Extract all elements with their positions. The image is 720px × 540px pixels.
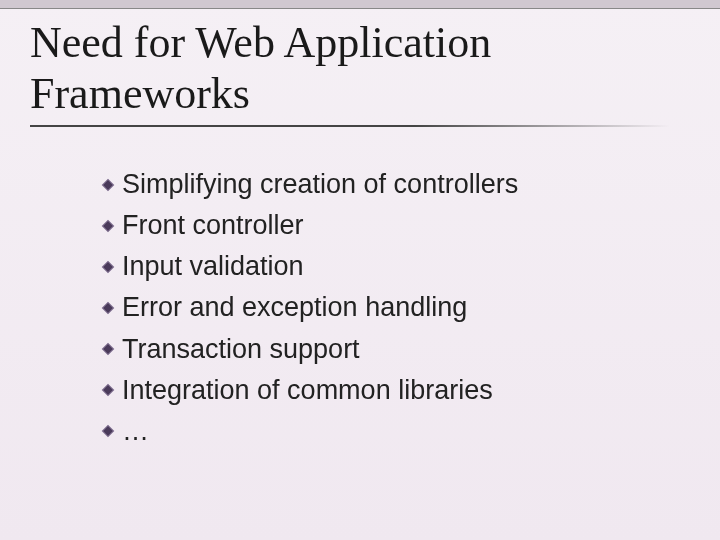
bullet-text: Simplifying creation of controllers [122,167,518,202]
slide-top-accent [0,0,720,8]
svg-rect-2 [102,220,113,231]
list-item: Integration of common libraries [100,373,720,408]
diamond-bullet-icon [100,382,116,398]
bullet-text: Integration of common libraries [122,373,493,408]
diamond-bullet-icon [100,423,116,439]
diamond-bullet-icon [100,300,116,316]
list-item: Front controller [100,208,720,243]
list-item: … [100,414,720,449]
list-item: Input validation [100,249,720,284]
bullet-text: Input validation [122,249,304,284]
diamond-bullet-icon [100,259,116,275]
list-item: Error and exception handling [100,290,720,325]
slide-content: Simplifying creation of controllers Fron… [0,127,720,449]
svg-rect-8 [102,343,113,354]
bullet-text: Error and exception handling [122,290,467,325]
slide-top-line [0,8,720,9]
list-item: Simplifying creation of controllers [100,167,720,202]
list-item: Transaction support [100,332,720,367]
bullet-text: Transaction support [122,332,360,367]
diamond-bullet-icon [100,177,116,193]
diamond-bullet-icon [100,218,116,234]
svg-rect-0 [102,179,113,190]
slide-title: Need for Web Application Frameworks [0,0,720,119]
svg-rect-12 [102,426,113,437]
bullet-text: Front controller [122,208,304,243]
svg-rect-10 [102,385,113,396]
svg-rect-4 [102,261,113,272]
title-line-2: Frameworks [30,69,250,118]
diamond-bullet-icon [100,341,116,357]
svg-rect-6 [102,302,113,313]
title-line-1: Need for Web Application [30,18,491,67]
bullet-text: … [122,414,149,449]
